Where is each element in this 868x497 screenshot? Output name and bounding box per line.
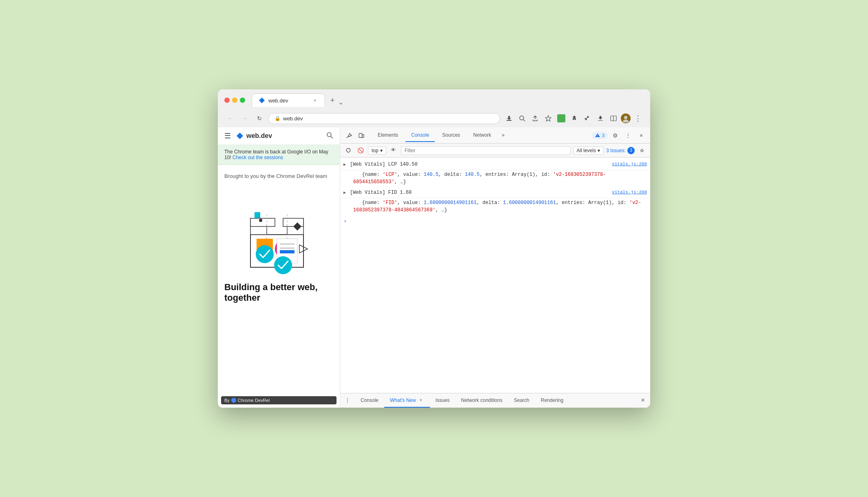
drawer-network-label: Network conditions bbox=[461, 397, 502, 403]
tab-bar: web.dev × + ⌄ bbox=[252, 93, 343, 107]
svg-rect-27 bbox=[280, 250, 294, 253]
drawer-tab-rendering[interactable]: Rendering bbox=[535, 393, 569, 408]
console-sub-1: {name: 'LCP', value: 140.5, delta: 140.5… bbox=[340, 170, 650, 187]
context-selector[interactable]: top ▾ bbox=[368, 146, 386, 155]
console-entry-fid[interactable]: ▶ vitals.js:208 [Web Vitals] FID 1.60 bbox=[340, 187, 650, 198]
drawer-tab-network-conditions[interactable]: Network conditions bbox=[455, 393, 508, 408]
devtools-settings-button[interactable]: ⚙ bbox=[609, 130, 621, 141]
devtools-tab-console[interactable]: Console bbox=[405, 129, 435, 142]
browser-toolbar-icons: ⋮ bbox=[503, 113, 644, 124]
drawer-tab-whatsnew[interactable]: What's New × bbox=[384, 393, 430, 408]
main-area: ☰ web.dev The Chrome team is back at Goo… bbox=[218, 127, 650, 408]
page-subtitle: Brought to you by the Chrome DevRel team bbox=[224, 173, 333, 179]
tab-overflow-chevron[interactable]: ⌄ bbox=[338, 98, 343, 106]
drawer-menu-button[interactable]: ⋮ bbox=[342, 395, 353, 406]
close-window-button[interactable] bbox=[224, 98, 230, 103]
browser-window: web.dev × + ⌄ ← → ↻ 🔒 web.dev bbox=[218, 89, 650, 408]
tab-favicon bbox=[259, 97, 265, 104]
entry-source-1[interactable]: vitals.js:208 bbox=[612, 161, 647, 168]
star-icon-button[interactable] bbox=[542, 113, 554, 124]
download2-icon-button[interactable] bbox=[595, 113, 606, 124]
devtools-more-button[interactable]: ⋮ bbox=[622, 130, 634, 141]
console-entry-lcp[interactable]: ▶ vitals.js:208 [Web Vitals] LCP 140.50 bbox=[340, 159, 650, 170]
svg-point-7 bbox=[623, 120, 629, 122]
footer-badge: By Chrome DevRel bbox=[221, 396, 337, 404]
drawer-tab-search[interactable]: Search bbox=[508, 393, 535, 408]
maximize-window-button[interactable] bbox=[240, 98, 245, 103]
entry-source-2[interactable]: vitals.js:208 bbox=[612, 189, 647, 196]
entry-text-1: [Web Vitals] LCP 140.50 bbox=[350, 162, 418, 167]
console-settings-button[interactable]: ⚙ bbox=[637, 146, 647, 155]
green-extension-icon bbox=[557, 114, 565, 122]
devtools-tab-elements[interactable]: Elements bbox=[372, 129, 404, 142]
pin-icon-button[interactable] bbox=[582, 113, 593, 124]
issues-count-text: 3 bbox=[602, 133, 604, 138]
drawer-tab-close-whatsnew[interactable]: × bbox=[418, 397, 424, 404]
console-prompt-area[interactable]: › bbox=[340, 215, 650, 227]
browser-tab-webdev[interactable]: web.dev × bbox=[252, 93, 325, 107]
issues-count-badge: 3 bbox=[627, 147, 635, 154]
tab-close-button[interactable]: × bbox=[312, 97, 318, 104]
devtools-issues-badge[interactable]: 3 bbox=[591, 132, 608, 139]
devtools-split-button[interactable] bbox=[608, 113, 619, 124]
devtools-close-button[interactable]: × bbox=[636, 130, 647, 141]
reload-button[interactable]: ↻ bbox=[254, 113, 265, 124]
drawer-tab-console[interactable]: Console bbox=[355, 393, 384, 408]
svg-rect-15 bbox=[283, 218, 303, 226]
all-levels-arrow: ▾ bbox=[598, 148, 600, 153]
svg-marker-8 bbox=[237, 133, 243, 139]
devtools-devices-button[interactable] bbox=[356, 130, 367, 141]
svg-rect-21 bbox=[255, 212, 260, 218]
console-clear-button[interactable] bbox=[343, 146, 353, 155]
drawer-whatsnew-label: What's New bbox=[390, 397, 416, 403]
entry-toggle-2[interactable]: ▶ bbox=[343, 190, 346, 196]
url-bar[interactable]: 🔒 web.dev bbox=[268, 113, 500, 124]
svg-point-6 bbox=[624, 116, 627, 119]
issues-label-text: 3 Issues: bbox=[606, 148, 626, 153]
entry-toggle-1[interactable]: ▶ bbox=[343, 162, 346, 168]
console-eye-button[interactable]: 👁 bbox=[389, 146, 399, 155]
svg-marker-33 bbox=[346, 149, 350, 153]
console-filter-input[interactable] bbox=[401, 146, 571, 155]
badge-name: Chrome DevRel bbox=[238, 398, 270, 403]
drawer-tab-issues[interactable]: Issues bbox=[430, 393, 456, 408]
console-sub-2: {name: 'FID', value: 1.6000000014901161,… bbox=[340, 198, 650, 215]
download-icon-button[interactable] bbox=[503, 113, 515, 124]
url-text: web.dev bbox=[283, 115, 303, 122]
minimize-window-button[interactable] bbox=[232, 98, 237, 103]
back-button[interactable]: ← bbox=[224, 113, 236, 124]
devtools-toolbar: Elements Console Sources Network » 3 ⚙ ⋮… bbox=[340, 127, 650, 144]
announcement-banner: The Chrome team is back at Google I/O on… bbox=[218, 145, 340, 165]
devtools-tab-sources[interactable]: Sources bbox=[436, 129, 466, 142]
devtools-tab-network[interactable]: Network bbox=[467, 129, 497, 142]
svg-point-28 bbox=[256, 245, 274, 263]
forward-button[interactable]: → bbox=[239, 113, 250, 124]
svg-point-29 bbox=[274, 256, 292, 274]
footer-area: By Chrome DevRel bbox=[218, 395, 340, 408]
zoom-icon-button[interactable] bbox=[516, 113, 528, 124]
site-search-button[interactable] bbox=[326, 131, 333, 140]
console-prompt-chevron: › bbox=[343, 218, 347, 224]
profile-avatar[interactable] bbox=[621, 113, 631, 123]
svg-rect-32 bbox=[362, 135, 364, 138]
share-icon-button[interactable] bbox=[529, 113, 541, 124]
devtools-inspect-button[interactable] bbox=[343, 130, 355, 141]
context-value: top bbox=[372, 148, 379, 153]
address-bar: ← → ↻ 🔒 web.dev bbox=[218, 110, 650, 127]
svg-point-22 bbox=[259, 219, 262, 222]
console-block-button[interactable]: 🚫 bbox=[356, 146, 365, 155]
browser-menu-button[interactable]: ⋮ bbox=[632, 113, 644, 124]
hamburger-menu-button[interactable]: ☰ bbox=[224, 131, 231, 140]
drawer-close-button[interactable]: × bbox=[637, 395, 649, 406]
extension-green-button[interactable] bbox=[556, 113, 567, 124]
devtools-icons-left bbox=[343, 130, 367, 141]
webpage-panel: ☰ web.dev The Chrome team is back at Goo… bbox=[218, 127, 340, 408]
all-levels-dropdown[interactable]: All levels ▾ bbox=[573, 146, 604, 155]
banner-link[interactable]: Check out the sessions bbox=[232, 155, 283, 160]
console-issues-badge[interactable]: 3 Issues: 3 bbox=[606, 147, 635, 154]
new-tab-button[interactable]: + bbox=[327, 95, 338, 106]
extensions-button[interactable] bbox=[569, 113, 580, 124]
traffic-lights bbox=[224, 98, 245, 103]
console-toolbar: 🚫 top ▾ 👁 All levels ▾ 3 Issues: 3 ⚙ bbox=[340, 144, 650, 158]
devtools-more-tabs-button[interactable]: » bbox=[498, 131, 508, 140]
